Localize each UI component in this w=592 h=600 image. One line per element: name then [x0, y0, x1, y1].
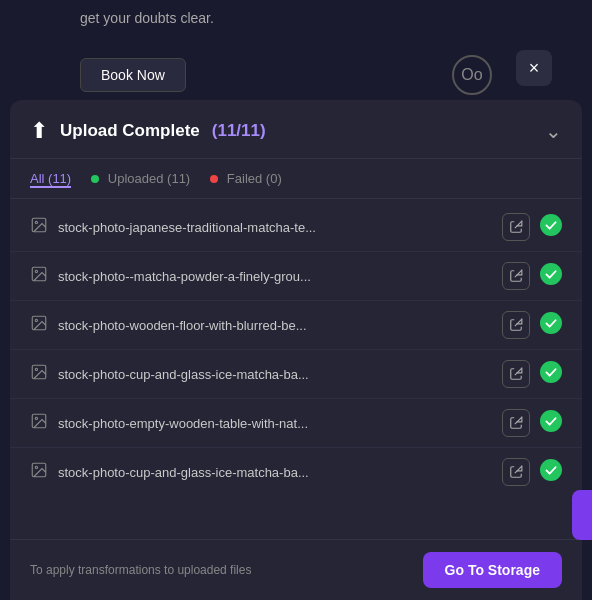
- success-checkmark-icon: [540, 214, 562, 241]
- panel-count: (11/11): [212, 121, 266, 141]
- panel-header: ⬆ Upload Complete (11/11) ⌄: [10, 100, 582, 159]
- svg-line-10: [515, 319, 522, 326]
- move-to-folder-icon[interactable]: [502, 311, 530, 339]
- svg-point-15: [540, 361, 562, 383]
- svg-point-13: [35, 368, 37, 370]
- move-to-folder-icon[interactable]: [502, 360, 530, 388]
- panel-footer: To apply transformations to uploaded fil…: [10, 539, 582, 600]
- svg-line-2: [515, 221, 522, 228]
- svg-line-18: [515, 417, 522, 424]
- svg-point-11: [540, 312, 562, 334]
- svg-line-6: [515, 270, 522, 277]
- book-now-button[interactable]: Book Now: [80, 58, 186, 92]
- file-name: stock-photo-wooden-floor-with-blurred-be…: [58, 318, 492, 333]
- circle-logo-icon: Oo: [452, 55, 492, 95]
- file-image-icon: [30, 412, 48, 435]
- uploaded-dot: [91, 175, 99, 183]
- svg-line-14: [515, 368, 522, 375]
- file-list: stock-photo-japanese-traditional-matcha-…: [10, 199, 582, 539]
- svg-point-21: [35, 466, 37, 468]
- table-row: stock-photo-cup-and-glass-ice-matcha-ba.…: [10, 448, 582, 496]
- upload-panel: ⬆ Upload Complete (11/11) ⌄ All (11) Upl…: [10, 100, 582, 600]
- svg-point-19: [540, 410, 562, 432]
- panel-header-left: ⬆ Upload Complete (11/11): [30, 118, 266, 144]
- file-image-icon: [30, 461, 48, 484]
- table-row: stock-photo-cup-and-glass-ice-matcha-ba.…: [10, 350, 582, 399]
- move-to-folder-icon[interactable]: [502, 213, 530, 241]
- file-name: stock-photo-japanese-traditional-matcha-…: [58, 220, 492, 235]
- success-checkmark-icon: [540, 263, 562, 290]
- close-button[interactable]: ×: [516, 50, 552, 86]
- chevron-down-icon[interactable]: ⌄: [545, 119, 562, 143]
- move-to-folder-icon[interactable]: [502, 458, 530, 486]
- move-to-folder-icon[interactable]: [502, 262, 530, 290]
- success-checkmark-icon: [540, 410, 562, 437]
- file-image-icon: [30, 265, 48, 288]
- svg-point-23: [540, 459, 562, 481]
- tab-all-label: All (11): [30, 171, 71, 186]
- tab-uploaded[interactable]: Uploaded (11): [91, 169, 190, 188]
- file-name: stock-photo-empty-wooden-table-with-nat.…: [58, 416, 492, 431]
- panel-title: Upload Complete: [60, 121, 200, 141]
- svg-point-7: [540, 263, 562, 285]
- tab-all[interactable]: All (11): [30, 169, 71, 188]
- svg-point-5: [35, 270, 37, 272]
- svg-point-1: [35, 221, 37, 223]
- success-checkmark-icon: [540, 361, 562, 388]
- tabs-row: All (11) Uploaded (11) Failed (0): [10, 159, 582, 199]
- footer-hint: To apply transformations to uploaded fil…: [30, 563, 251, 577]
- bg-text: get your doubts clear.: [80, 10, 214, 26]
- table-row: stock-photo-empty-wooden-table-with-nat.…: [10, 399, 582, 448]
- tab-failed[interactable]: Failed (0): [210, 169, 282, 188]
- table-row: stock-photo-wooden-floor-with-blurred-be…: [10, 301, 582, 350]
- tab-uploaded-label: Uploaded (11): [108, 171, 190, 186]
- upload-icon: ⬆: [30, 118, 48, 144]
- purple-side-handle: [572, 490, 592, 540]
- tab-failed-label: Failed (0): [227, 171, 282, 186]
- success-checkmark-icon: [540, 312, 562, 339]
- file-image-icon: [30, 216, 48, 239]
- failed-dot: [210, 175, 218, 183]
- table-row: stock-photo--matcha-powder-a-finely-grou…: [10, 252, 582, 301]
- file-name: stock-photo-cup-and-glass-ice-matcha-ba.…: [58, 367, 492, 382]
- move-to-folder-icon[interactable]: [502, 409, 530, 437]
- success-checkmark-icon: [540, 459, 562, 486]
- svg-point-9: [35, 319, 37, 321]
- go-to-storage-button[interactable]: Go To Storage: [423, 552, 562, 588]
- svg-point-3: [540, 214, 562, 236]
- file-name: stock-photo--matcha-powder-a-finely-grou…: [58, 269, 492, 284]
- table-row: stock-photo-japanese-traditional-matcha-…: [10, 203, 582, 252]
- svg-line-22: [515, 466, 522, 473]
- svg-point-17: [35, 417, 37, 419]
- file-name: stock-photo-cup-and-glass-ice-matcha-ba.…: [58, 465, 492, 480]
- file-image-icon: [30, 314, 48, 337]
- file-image-icon: [30, 363, 48, 386]
